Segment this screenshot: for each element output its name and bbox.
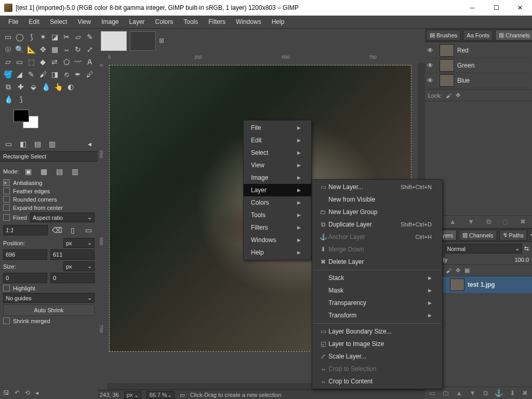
- ctx-layer-boundary[interactable]: ▭ Layer Boundary Size...: [312, 325, 442, 338]
- ctx-file[interactable]: File▶: [244, 122, 311, 134]
- fixed-checkbox[interactable]: [3, 214, 10, 221]
- tool-extra2[interactable]: ⟆: [15, 94, 26, 105]
- highlight-checkbox[interactable]: [3, 285, 10, 291]
- antialias-close-icon[interactable]: ×: [3, 179, 10, 186]
- tool-free-select[interactable]: ⟆: [26, 31, 37, 43]
- ctx-select[interactable]: Select▶: [244, 147, 311, 159]
- ctx-image[interactable]: Image▶: [244, 171, 311, 184]
- posx-input[interactable]: 696: [3, 249, 47, 260]
- mode-intersect-icon[interactable]: ▥: [70, 166, 81, 177]
- layer-group-icon[interactable]: 🗀: [442, 389, 449, 397]
- ctx-layer[interactable]: Layer▶: [244, 184, 311, 196]
- ch-del-icon[interactable]: ✖: [520, 218, 526, 226]
- tab-menu-icon[interactable]: ◂: [528, 229, 532, 242]
- layer-name[interactable]: test 1.jpg: [468, 281, 495, 288]
- layer-dup-icon[interactable]: ⧉: [483, 389, 488, 397]
- tool-pencil[interactable]: ✎: [26, 69, 37, 80]
- ratio-landscape-icon[interactable]: ▭: [83, 224, 94, 236]
- close-button[interactable]: ✕: [508, 0, 532, 16]
- ctx-duplicate-layer[interactable]: ⧉ Duplicate LayerShift+Ctrl+D: [312, 218, 442, 231]
- guides-select[interactable]: No guides⌄: [3, 293, 95, 303]
- sizey-input[interactable]: 0: [50, 273, 95, 283]
- menu-filters[interactable]: Filters: [203, 17, 231, 26]
- lock-move-icon[interactable]: ✥: [456, 267, 460, 274]
- tool-paintbrush[interactable]: 🖌: [38, 69, 49, 80]
- menu-view[interactable]: View: [72, 17, 96, 26]
- tab-channels[interactable]: ▥Channels: [495, 30, 532, 41]
- tool-rect-select[interactable]: ▭: [3, 31, 14, 43]
- tool-gradient[interactable]: ◢: [15, 69, 25, 80]
- ctx-new-layer-group[interactable]: 🗀 New Layer Group: [312, 206, 442, 218]
- ctx-tools[interactable]: Tools▶: [244, 209, 311, 221]
- tab-paths[interactable]: ↯Paths: [499, 230, 527, 241]
- menu-windows[interactable]: Windows: [231, 17, 267, 26]
- minimize-button[interactable]: ─: [460, 0, 484, 16]
- posy-input[interactable]: 611: [50, 249, 95, 260]
- ctx-stack[interactable]: Stack▶: [312, 272, 442, 284]
- lock-brush-icon[interactable]: 🖌: [446, 92, 451, 99]
- tool-ink[interactable]: ✒: [73, 69, 84, 80]
- tool-smudge[interactable]: 👆: [52, 81, 64, 92]
- fg-color[interactable]: [14, 110, 29, 122]
- tool-by-color[interactable]: ◪: [49, 31, 60, 43]
- layer-down-icon[interactable]: ▼: [469, 389, 476, 397]
- mode-select[interactable]: Normal⌄: [445, 244, 522, 254]
- ctx-new-layer[interactable]: ▭ New Layer...Shift+Ctrl+N: [312, 181, 442, 193]
- tool-mypaint[interactable]: 🖊: [85, 69, 96, 80]
- tool-perspective[interactable]: ▭: [15, 56, 25, 68]
- restore-icon[interactable]: ↶: [15, 389, 20, 396]
- channel-row[interactable]: 👁Red: [426, 43, 531, 58]
- ctx-view[interactable]: View▶: [244, 159, 311, 171]
- ch-dup-icon[interactable]: ⧉: [486, 218, 491, 226]
- fg-bg-swatch[interactable]: [14, 110, 98, 135]
- tool-blur[interactable]: 💧: [40, 81, 51, 92]
- menu-colors[interactable]: Colors: [150, 17, 179, 26]
- tool-fuzzy-select[interactable]: ✶: [38, 31, 49, 43]
- sizex-input[interactable]: 0: [3, 273, 47, 283]
- tab-tool-options[interactable]: ▭: [3, 138, 14, 150]
- layer-merge-icon[interactable]: ⬇: [510, 389, 515, 397]
- tab-brushes[interactable]: ▤Brushes: [426, 30, 461, 41]
- mode-replace-icon[interactable]: ▣: [23, 166, 34, 177]
- ctx-new-from-visible[interactable]: New from Visible: [312, 193, 442, 206]
- ctx-delete-layer[interactable]: ✖ Delete Layer: [312, 256, 442, 268]
- size-unit-select[interactable]: px⌄: [63, 261, 95, 271]
- save-preset-icon[interactable]: 🖫: [3, 389, 9, 396]
- ctx-mask[interactable]: Mask▶: [312, 284, 442, 297]
- ctx-transform[interactable]: Transform▶: [312, 309, 442, 322]
- ctx-crop-to-content[interactable]: ⟗ Crop to Content: [312, 375, 442, 388]
- tool-handle[interactable]: ◆: [38, 56, 49, 68]
- ruler-horizontal[interactable]: 0 250 500 750 1000: [107, 54, 418, 63]
- mode-add-icon[interactable]: ▦: [38, 166, 50, 177]
- mode-subtract-icon[interactable]: ▤: [54, 166, 65, 177]
- ch-sel-icon[interactable]: ◌: [502, 218, 508, 226]
- tool-text[interactable]: A: [85, 56, 96, 68]
- rounded-checkbox[interactable]: [3, 196, 10, 203]
- tool-crop[interactable]: ⟗: [61, 44, 72, 55]
- lock-brush-icon[interactable]: 🖌: [446, 268, 451, 274]
- ctx-windows[interactable]: Windows▶: [244, 234, 311, 246]
- layer-del-icon[interactable]: ✖: [522, 389, 528, 397]
- tool-transform[interactable]: ⬚: [26, 56, 37, 68]
- doc-tab-2[interactable]: [130, 31, 156, 51]
- ratio-portrait-icon[interactable]: ▯: [67, 224, 78, 236]
- tab-device[interactable]: ◧: [17, 138, 29, 150]
- expand-checkbox[interactable]: [3, 204, 10, 211]
- mode-swap-icon[interactable]: ⇆: [524, 245, 529, 252]
- tool-shear[interactable]: ▱: [3, 56, 14, 68]
- status-zoom-select[interactable]: 66.7 %⌄: [147, 391, 174, 399]
- tab-misc1[interactable]: ▤: [32, 138, 43, 150]
- tool-heal[interactable]: ✚: [15, 81, 26, 92]
- tool-zoom[interactable]: 🔍: [15, 44, 25, 55]
- tab-menu-icon[interactable]: ◂: [84, 138, 95, 150]
- position-unit-select[interactable]: px⌄: [63, 238, 95, 248]
- channel-row[interactable]: 👁Green: [426, 58, 531, 73]
- tool-paths[interactable]: ✎: [85, 31, 96, 43]
- ch-down-icon[interactable]: ▼: [468, 218, 474, 226]
- maximize-button[interactable]: ☐: [484, 0, 508, 16]
- tool-dodge[interactable]: ◐: [65, 81, 76, 92]
- ctx-edit[interactable]: Edit▶: [244, 134, 311, 147]
- aspect-select[interactable]: Aspect ratio⌄: [30, 212, 95, 222]
- tool-flip[interactable]: ⇄: [49, 56, 60, 68]
- tool-color-picker[interactable]: ⦾: [3, 44, 14, 55]
